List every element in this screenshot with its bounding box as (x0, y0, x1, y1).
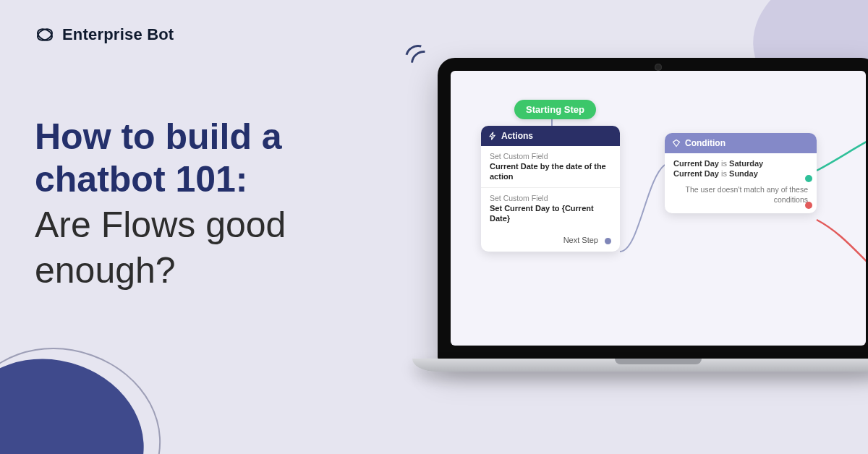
actions-card[interactable]: Actions Set Custom Field Current Date by… (481, 126, 620, 252)
svg-point-1 (36, 27, 54, 43)
laptop-mockup: Starting Step Actions Set Custom Field C… (420, 58, 868, 405)
headline-line-1: How to build a (35, 116, 411, 158)
actions-card-header: Actions (481, 126, 620, 146)
brand-logo-icon (35, 25, 55, 45)
actions-card-body: Set Custom Field Current Date by the dat… (481, 146, 620, 236)
actions-card-title: Actions (501, 131, 533, 141)
actions-icon (488, 132, 497, 140)
actions-next-step[interactable]: Next Step (481, 236, 620, 252)
next-step-label: Next Step (563, 236, 598, 244)
laptop-camera (655, 64, 662, 71)
condition-card[interactable]: Condition Current Day is Saturday Curren… (665, 133, 817, 213)
divider (481, 187, 620, 188)
action-row-value: Current Date by the date of the action (490, 161, 611, 182)
starting-step-pill[interactable]: Starting Step (514, 100, 596, 119)
action-row-label: Set Custom Field (490, 152, 611, 160)
flow-canvas: Starting Step Actions Set Custom Field C… (451, 71, 866, 346)
headline: How to build a chatbot 101: Are Flows go… (35, 116, 411, 292)
action-row-label: Set Custom Field (490, 194, 611, 202)
headline-line-2: chatbot 101: (35, 158, 411, 201)
laptop-screen: Starting Step Actions Set Custom Field C… (451, 71, 866, 346)
condition-card-header: Condition (665, 133, 817, 153)
laptop-base (412, 359, 868, 372)
condition-row: Current Day is Sunday (673, 169, 808, 178)
condition-card-title: Condition (685, 138, 726, 148)
condition-card-body: Current Day is Saturday Current Day is S… (665, 153, 817, 213)
laptop-lid: Starting Step Actions Set Custom Field C… (438, 58, 868, 361)
brand-logo-text: Enterprise Bot (62, 25, 174, 44)
motion-lines-decoration (405, 45, 434, 81)
brand-logo: Enterprise Bot (35, 25, 174, 45)
condition-icon (672, 139, 681, 147)
headline-line-4: enough? (35, 249, 411, 292)
headline-line-3: Are Flows good (35, 204, 411, 247)
action-row-value: Set Current Day to {Current Date} (490, 203, 611, 224)
condition-else-note: The user doesn't match any of these cond… (673, 179, 808, 206)
output-port[interactable] (605, 238, 611, 244)
decorative-blob-bottom-left (0, 345, 157, 454)
condition-row: Current Day is Saturday (673, 159, 808, 168)
